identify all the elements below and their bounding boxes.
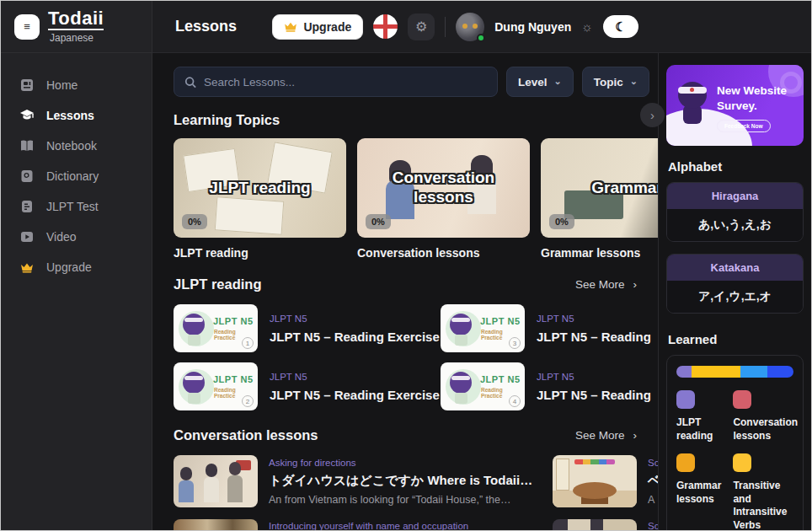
conversation-tag: Introducing yourself with name and occup… <box>269 521 468 531</box>
thumb-number-badge: 1 <box>242 337 254 349</box>
alphabet-card-katakana[interactable]: Katakana ア,イ,ウ,エ,オ <box>666 254 804 314</box>
conversation-thumbnail <box>174 519 258 531</box>
lesson-title: JLPT N5 – Reading Exercise 1 <box>270 330 426 344</box>
legend-swatch <box>676 390 695 409</box>
thumb-title: JLPT N5 <box>480 374 521 384</box>
jlpt-see-more-link[interactable]: See More › <box>575 278 637 291</box>
sidebar-item-lessons[interactable]: Lessons <box>1 100 152 131</box>
legend-item: Grammar lessons <box>676 453 721 531</box>
topic-filter-dropdown[interactable]: Topic ⌄ <box>582 67 649 97</box>
user-avatar[interactable] <box>456 13 484 41</box>
light-mode-sun-icon[interactable]: ☼ <box>581 19 593 34</box>
conversation-thumbnail <box>553 519 637 531</box>
conversation-tag: Sc <box>648 521 658 531</box>
conversation-title: Conversation lessons <box>174 427 318 443</box>
learning-topics-header: Learning Topics <box>174 112 637 128</box>
legend-label: Transitive and Intransitive Verbs <box>733 480 798 531</box>
right-panel: New Website Survey. Feedback Now Alphabe… <box>658 53 812 531</box>
chevron-right-icon: › <box>633 429 638 442</box>
conversation-item-title: トダイハウスはどこですか Where is Todaii… <box>269 473 532 489</box>
legend-swatch <box>733 390 751 409</box>
topic-card-jlpt-reading[interactable]: JLPT reading 0% JLPT reading <box>174 138 346 260</box>
lesson-item[interactable]: JLPT N5 Reading Practice 1 JLPT N5 JLPT … <box>174 304 426 352</box>
settings-button[interactable]: ⚙ <box>408 13 435 40</box>
conversation-see-more-link[interactable]: See More › <box>575 429 637 442</box>
user-name: Dung Nguyen <box>494 20 571 34</box>
learned-heading: Learned <box>668 332 812 346</box>
panel-collapse-button[interactable]: › <box>640 103 665 127</box>
alphabet-group-sample: ア,イ,ウ,エ,オ <box>667 281 803 313</box>
progress-badge: 0% <box>549 214 574 229</box>
sidebar-item-dictionary[interactable]: Dictionary <box>1 161 152 191</box>
sidebar-item-video[interactable]: Video <box>1 222 152 252</box>
level-filter-dropdown[interactable]: Level ⌄ <box>506 67 574 97</box>
chevron-right-icon: › <box>633 278 638 291</box>
see-more-label: See More <box>575 429 625 442</box>
lesson-item[interactable]: JLPT N5 Reading Practice 3 JLPT N5 JLPT … <box>441 304 658 352</box>
moon-icon: ☾ <box>615 19 626 35</box>
feedback-now-button[interactable]: Feedback Now <box>717 120 771 132</box>
lesson-title: JLPT N5 – Reading Exercise 2 <box>270 388 426 402</box>
conversation-lesson-grid: Asking for directions トダイハウスはどこですか Where… <box>174 455 658 531</box>
app-logo: Todaii <box>48 8 104 30</box>
progress-badge: 0% <box>366 214 391 229</box>
topic-card-conversation[interactable]: Conversation lessons 0% Conversation les… <box>357 138 530 260</box>
home-news-icon <box>19 78 35 93</box>
online-status-dot <box>477 34 485 42</box>
conversation-item[interactable]: Asking for directions トダイハウスはどこですか Where… <box>174 455 553 507</box>
lesson-tag: JLPT N5 <box>270 372 426 382</box>
lesson-title: JLPT N5 – Reading <box>537 388 651 402</box>
survey-banner[interactable]: New Website Survey. Feedback Now <box>666 65 804 146</box>
chevron-down-icon: ⌄ <box>630 76 638 87</box>
thumb-number-badge: 4 <box>509 395 521 407</box>
conversation-thumbnail <box>174 455 258 507</box>
alphabet-heading: Alphabet <box>668 159 812 174</box>
hamburger-menu-icon[interactable]: ≡ <box>14 14 40 40</box>
conversation-item[interactable]: Sc <box>553 519 658 531</box>
bar-segment <box>692 366 740 378</box>
conversation-item[interactable]: Sc ベ A <box>553 455 658 507</box>
survey-title: New Website Survey. <box>717 83 797 113</box>
sidebar-item-notebook[interactable]: Notebook <box>1 131 152 161</box>
thumb-number-badge: 3 <box>509 337 521 349</box>
upgrade-button[interactable]: Upgrade <box>272 14 363 40</box>
learned-legend: JLPT reading Conversation lessons Gramma… <box>676 390 793 531</box>
sidebar-item-upgrade[interactable]: Upgrade <box>1 252 152 282</box>
lesson-thumbnail: JLPT N5 Reading Practice 2 <box>174 362 258 410</box>
alphabet-group-sample: あ,い,う,え,お <box>667 209 803 241</box>
sidebar-nav: Home Lessons Notebook Dictionary JLPT Te… <box>1 53 152 282</box>
main-content: Level ⌄ Topic ⌄ Learning Topics JLPT rea… <box>152 53 658 531</box>
search-box[interactable] <box>174 67 498 97</box>
alphabet-card-hiragana[interactable]: Hiragana あ,い,う,え,お <box>666 182 804 242</box>
thumb-title: JLPT N5 <box>213 316 254 326</box>
sidebar-item-home[interactable]: Home <box>1 70 152 100</box>
video-icon <box>19 229 35 244</box>
avatar-eye <box>462 24 467 29</box>
search-input[interactable] <box>204 76 487 88</box>
lesson-title: JLPT N5 – Reading <box>537 330 651 344</box>
progress-badge: 0% <box>182 214 207 229</box>
learned-card: JLPT reading Conversation lessons Gramma… <box>666 355 804 531</box>
alphabet-group-name: Hiragana <box>667 183 803 209</box>
lesson-item[interactable]: JLPT N5 Reading Practice 2 JLPT N5 JLPT … <box>174 362 426 410</box>
conversation-item[interactable]: Introducing yourself with name and occup… <box>174 519 553 531</box>
english-flag-icon[interactable] <box>373 14 398 39</box>
lesson-item[interactable]: JLPT N5 Reading Practice 4 JLPT N5 JLPT … <box>441 362 658 410</box>
thumb-title: JLPT N5 <box>213 374 254 384</box>
sidebar-item-jlpt-test[interactable]: JLPT Test <box>1 191 152 222</box>
sidebar-item-label: JLPT Test <box>46 200 99 213</box>
conversation-tag: Sc <box>648 458 658 468</box>
legend-swatch <box>676 453 695 472</box>
dark-mode-toggle[interactable]: ☾ <box>603 15 638 38</box>
legend-label: Conversation lessons <box>733 416 798 442</box>
topic-card-label: Conversation lessons <box>357 246 530 260</box>
header-divider <box>445 17 446 37</box>
conversation-item-title: ベ <box>648 473 658 489</box>
header-controls: Upgrade ⚙ Dung Nguyen ☼ ☾ <box>272 13 638 41</box>
lesson-thumbnail: JLPT N5 Reading Practice 3 <box>441 304 525 352</box>
topic-card-grammar[interactable]: ? ? Grammar 0% Grammar lessons <box>541 138 658 260</box>
learning-topic-cards: JLPT reading 0% JLPT reading Conversatio… <box>174 138 658 260</box>
topic-filter-label: Topic <box>594 76 623 88</box>
lesson-thumbnail: JLPT N5 Reading Practice 4 <box>441 362 525 410</box>
jlpt-lesson-grid: JLPT N5 Reading Practice 1 JLPT N5 JLPT … <box>174 304 658 410</box>
